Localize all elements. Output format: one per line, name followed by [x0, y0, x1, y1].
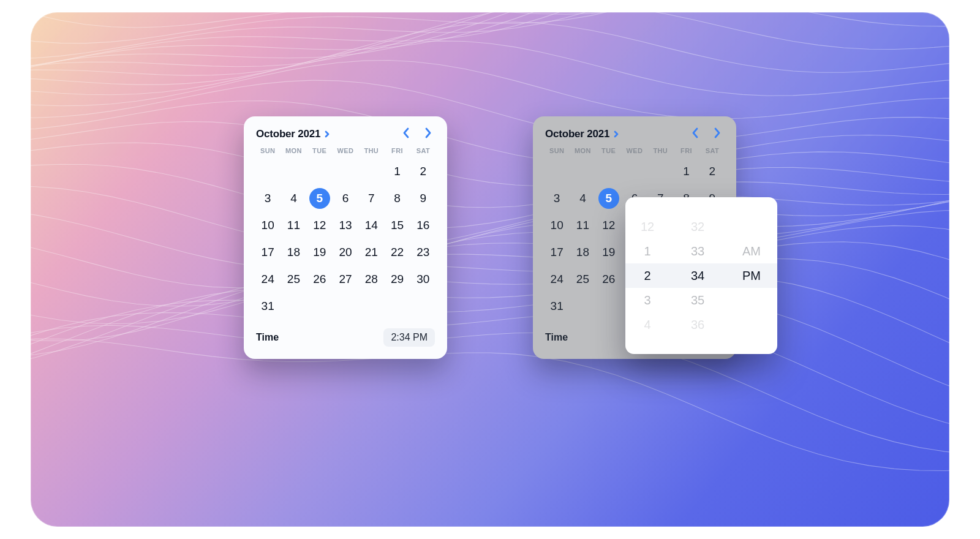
calendar-day-cell[interactable]: 11 — [570, 212, 595, 239]
calendar-dow-cell: WED — [622, 147, 647, 154]
calendar-day-cell[interactable]: 9 — [410, 185, 436, 212]
calendar-dow-cell: MON — [281, 147, 306, 154]
calendar-day-cell[interactable]: 25 — [281, 266, 306, 293]
time-picker-item[interactable]: 33 — [669, 239, 726, 263]
calendar-day-cell[interactable]: 18 — [281, 239, 306, 266]
calendar-empty-cell — [622, 158, 647, 185]
time-picker-item[interactable] — [726, 214, 777, 239]
calendar-day-cell[interactable]: 5 — [596, 185, 622, 212]
time-picker-popover[interactable]: 121234 3233343536 AMPM — [625, 197, 777, 354]
calendar-header: October 2021 — [255, 127, 436, 147]
calendar-day-cell[interactable]: 17 — [255, 239, 281, 266]
calendar-day-cell[interactable]: 1 — [384, 158, 410, 185]
time-picker-item[interactable]: 3 — [625, 288, 669, 312]
next-month-button[interactable] — [421, 127, 435, 141]
chevron-left-icon — [691, 127, 699, 141]
calendar-day-cell[interactable]: 3 — [544, 185, 570, 212]
chevron-left-icon — [402, 127, 410, 141]
calendar-title[interactable]: October 2021 — [256, 128, 330, 140]
calendar-dow-cell: THU — [358, 147, 384, 154]
calendar-dow-row: SUNMONTUEWEDTHUFRISAT — [544, 147, 725, 154]
prev-month-button[interactable] — [399, 127, 413, 141]
calendar-day-cell[interactable]: 2 — [410, 158, 436, 185]
calendar-dow-cell: FRI — [673, 147, 699, 154]
time-picker-minutes-column[interactable]: 3233343536 — [669, 197, 726, 354]
stage: October 2021 — [31, 12, 949, 527]
calendar-day-cell[interactable]: 19 — [307, 239, 333, 266]
calendar-day-cell[interactable]: 20 — [333, 239, 358, 266]
calendar-day-cell[interactable]: 22 — [384, 239, 410, 266]
calendar-day-cell[interactable]: 6 — [333, 185, 358, 212]
calendar-day-cell[interactable]: 12 — [307, 212, 333, 239]
calendar-day-cell[interactable]: 3 — [255, 185, 281, 212]
calendar-dow-cell: TUE — [307, 147, 333, 154]
time-picker-item[interactable] — [726, 288, 777, 312]
calendar-title[interactable]: October 2021 — [545, 128, 619, 140]
calendar-day-cell[interactable]: 29 — [384, 266, 410, 293]
time-picker-item[interactable]: 12 — [625, 214, 669, 239]
calendar-day-cell[interactable]: 21 — [358, 239, 384, 266]
time-picker-item[interactable]: 2 — [625, 263, 669, 288]
time-picker-item[interactable]: 34 — [669, 263, 726, 288]
prev-month-button[interactable] — [688, 127, 702, 141]
calendar-day-cell[interactable]: 24 — [255, 266, 281, 293]
calendar-title-text: October 2021 — [256, 128, 320, 140]
calendar-dow-cell: FRI — [384, 147, 410, 154]
calendar-day-cell[interactable]: 18 — [570, 239, 595, 266]
calendar-dow-cell: THU — [647, 147, 673, 154]
calendar-day-cell[interactable]: 30 — [410, 266, 436, 293]
calendar-panel-light: October 2021 — [244, 116, 447, 359]
calendar-day-cell[interactable]: 25 — [570, 266, 595, 293]
calendar-day-cell[interactable]: 24 — [544, 266, 570, 293]
time-picker-hours-column[interactable]: 121234 — [625, 197, 669, 354]
calendar-day-cell[interactable]: 15 — [384, 212, 410, 239]
next-month-button[interactable] — [710, 127, 724, 141]
calendar-day-cell[interactable]: 14 — [358, 212, 384, 239]
calendar-day-cell[interactable]: 5 — [307, 185, 333, 212]
calendar-day-cell[interactable]: 31 — [255, 293, 281, 320]
calendar-day-cell[interactable]: 10 — [544, 212, 570, 239]
time-label: Time — [545, 332, 568, 343]
chevron-right-icon — [713, 127, 722, 141]
time-picker-item[interactable]: 32 — [669, 214, 726, 239]
time-picker-item[interactable]: 4 — [625, 312, 669, 337]
calendar-day-cell[interactable]: 16 — [410, 212, 436, 239]
calendar-day-cell[interactable]: 1 — [673, 158, 699, 185]
calendar-day-cell[interactable]: 8 — [384, 185, 410, 212]
chevron-right-small-icon — [613, 130, 619, 138]
calendar-day-cell[interactable]: 11 — [281, 212, 306, 239]
time-picker-item[interactable]: PM — [726, 263, 777, 288]
time-picker-item[interactable] — [726, 312, 777, 337]
calendar-nav — [688, 127, 724, 141]
calendar-day-cell[interactable]: 26 — [596, 266, 622, 293]
time-picker-item[interactable]: 1 — [625, 239, 669, 263]
calendar-day-cell[interactable]: 4 — [570, 185, 595, 212]
calendar-day-cell[interactable]: 13 — [333, 212, 358, 239]
calendar-day-cell[interactable]: 17 — [544, 239, 570, 266]
calendar-dow-cell: SAT — [699, 147, 725, 154]
calendar-day-cell[interactable]: 27 — [333, 266, 358, 293]
time-value-button[interactable]: 2:34 PM — [383, 328, 435, 347]
calendar-day-cell[interactable]: 10 — [255, 212, 281, 239]
calendar-dow-cell: SAT — [410, 147, 436, 154]
calendar-day-cell[interactable]: 31 — [544, 293, 570, 320]
panel-left-slot: October 2021 — [244, 116, 447, 359]
calendar-grid: 1234567891011121314151617181920212223242… — [255, 158, 436, 320]
calendar-empty-cell — [307, 158, 333, 185]
calendar-day-cell[interactable]: 26 — [307, 266, 333, 293]
chevron-right-small-icon — [324, 130, 330, 138]
calendar-day-cell[interactable]: 12 — [596, 212, 622, 239]
calendar-empty-cell — [333, 158, 358, 185]
time-picker-item[interactable]: 36 — [669, 312, 726, 337]
time-picker-item[interactable]: 35 — [669, 288, 726, 312]
calendar-day-cell[interactable]: 28 — [358, 266, 384, 293]
calendar-day-cell[interactable]: 19 — [596, 239, 622, 266]
calendar-day-cell[interactable]: 7 — [358, 185, 384, 212]
time-picker-item[interactable]: AM — [726, 239, 777, 263]
calendar-empty-cell — [570, 158, 595, 185]
calendar-day-cell[interactable]: 2 — [699, 158, 725, 185]
calendar-day-cell[interactable]: 4 — [281, 185, 306, 212]
time-picker-ampm-column[interactable]: AMPM — [726, 197, 777, 354]
calendar-day-cell[interactable]: 23 — [410, 239, 436, 266]
calendar-dow-cell: MON — [570, 147, 595, 154]
